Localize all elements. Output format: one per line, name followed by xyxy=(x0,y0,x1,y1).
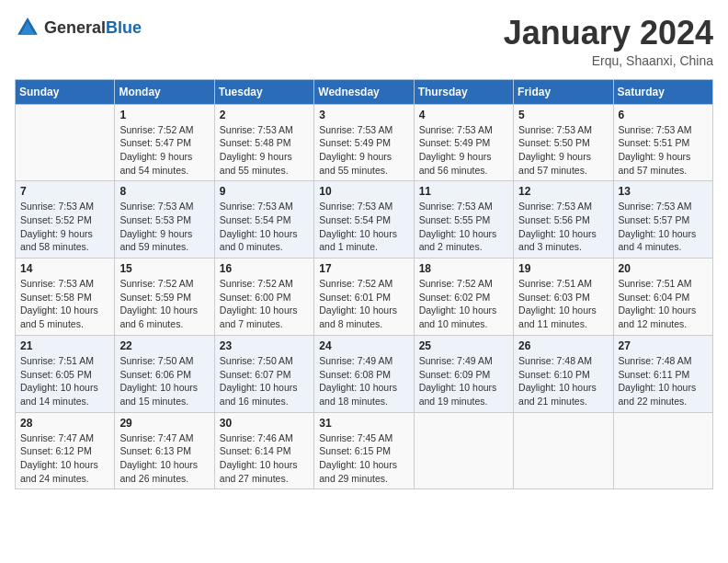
title-block: January 2024 Erqu, Shaanxi, China xyxy=(504,15,713,68)
day-info: Sunrise: 7:53 AMSunset: 5:48 PMDaylight:… xyxy=(220,123,309,178)
day-info: Sunrise: 7:52 AMSunset: 6:01 PMDaylight:… xyxy=(319,277,408,331)
day-info: Sunrise: 7:53 AMSunset: 5:51 PMDaylight:… xyxy=(619,123,708,178)
calendar-cell: 6Sunrise: 7:53 AMSunset: 5:51 PMDaylight… xyxy=(613,104,712,181)
day-number: 8 xyxy=(119,185,209,198)
calendar-cell: 25Sunrise: 7:49 AMSunset: 6:09 PMDayligh… xyxy=(414,335,513,412)
day-info: Sunrise: 7:50 AMSunset: 6:07 PMDaylight:… xyxy=(220,354,309,408)
col-header-monday: Monday xyxy=(115,79,214,104)
calendar-cell xyxy=(16,104,115,181)
day-number: 30 xyxy=(220,417,309,430)
calendar-cell: 22Sunrise: 7:50 AMSunset: 6:06 PMDayligh… xyxy=(115,335,214,412)
day-number: 28 xyxy=(20,417,109,430)
day-number: 24 xyxy=(319,339,408,352)
calendar-cell: 18Sunrise: 7:52 AMSunset: 6:02 PMDayligh… xyxy=(414,259,513,336)
calendar-cell: 15Sunrise: 7:52 AMSunset: 5:59 PMDayligh… xyxy=(115,259,214,336)
day-info: Sunrise: 7:53 AMSunset: 5:50 PMDaylight:… xyxy=(518,123,608,178)
calendar-cell: 1Sunrise: 7:52 AMSunset: 5:47 PMDaylight… xyxy=(115,104,214,181)
day-info: Sunrise: 7:52 AMSunset: 6:02 PMDaylight:… xyxy=(419,277,508,331)
day-number: 31 xyxy=(319,417,408,430)
week-row-4: 21Sunrise: 7:51 AMSunset: 6:05 PMDayligh… xyxy=(16,335,713,412)
calendar-cell: 11Sunrise: 7:53 AMSunset: 5:55 PMDayligh… xyxy=(414,181,513,259)
day-info: Sunrise: 7:52 AMSunset: 5:47 PMDaylight:… xyxy=(119,123,209,178)
day-info: Sunrise: 7:46 AMSunset: 6:14 PMDaylight:… xyxy=(220,431,309,486)
calendar-cell: 10Sunrise: 7:53 AMSunset: 5:54 PMDayligh… xyxy=(314,181,414,259)
day-info: Sunrise: 7:47 AMSunset: 6:13 PMDaylight:… xyxy=(119,431,209,486)
day-number: 6 xyxy=(619,109,708,121)
calendar-cell xyxy=(613,412,712,489)
day-number: 13 xyxy=(619,185,708,198)
day-number: 15 xyxy=(119,262,209,275)
col-header-tuesday: Tuesday xyxy=(214,79,313,104)
logo-general: General xyxy=(44,18,106,37)
day-number: 5 xyxy=(518,109,608,121)
day-info: Sunrise: 7:49 AMSunset: 6:09 PMDaylight:… xyxy=(419,354,508,408)
day-number: 20 xyxy=(619,262,708,275)
calendar-cell xyxy=(514,412,613,489)
calendar-table: SundayMondayTuesdayWednesdayThursdayFrid… xyxy=(15,79,713,490)
calendar-cell: 9Sunrise: 7:53 AMSunset: 5:54 PMDaylight… xyxy=(214,181,313,259)
calendar-cell: 23Sunrise: 7:50 AMSunset: 6:07 PMDayligh… xyxy=(214,335,313,412)
calendar-cell: 4Sunrise: 7:53 AMSunset: 5:49 PMDaylight… xyxy=(414,104,513,181)
day-info: Sunrise: 7:53 AMSunset: 5:55 PMDaylight:… xyxy=(419,200,508,254)
day-number: 17 xyxy=(319,262,408,275)
calendar-cell: 29Sunrise: 7:47 AMSunset: 6:13 PMDayligh… xyxy=(115,412,214,489)
calendar-cell: 7Sunrise: 7:53 AMSunset: 5:52 PMDaylight… xyxy=(16,181,115,259)
day-number: 3 xyxy=(319,109,408,121)
day-info: Sunrise: 7:52 AMSunset: 6:00 PMDaylight:… xyxy=(220,277,309,331)
calendar-cell: 24Sunrise: 7:49 AMSunset: 6:08 PMDayligh… xyxy=(314,335,414,412)
day-number: 27 xyxy=(619,339,708,352)
day-info: Sunrise: 7:53 AMSunset: 5:57 PMDaylight:… xyxy=(619,200,708,254)
calendar-cell: 8Sunrise: 7:53 AMSunset: 5:53 PMDaylight… xyxy=(115,181,214,259)
day-number: 11 xyxy=(419,185,508,198)
day-info: Sunrise: 7:50 AMSunset: 6:06 PMDaylight:… xyxy=(119,354,209,408)
day-number: 7 xyxy=(20,185,109,198)
day-info: Sunrise: 7:51 AMSunset: 6:04 PMDaylight:… xyxy=(619,277,708,331)
calendar-cell: 31Sunrise: 7:45 AMSunset: 6:15 PMDayligh… xyxy=(314,412,414,489)
week-row-2: 7Sunrise: 7:53 AMSunset: 5:52 PMDaylight… xyxy=(16,181,713,259)
week-row-5: 28Sunrise: 7:47 AMSunset: 6:12 PMDayligh… xyxy=(16,412,713,489)
calendar-cell: 27Sunrise: 7:48 AMSunset: 6:11 PMDayligh… xyxy=(613,335,712,412)
logo-blue: Blue xyxy=(106,18,142,37)
day-info: Sunrise: 7:53 AMSunset: 5:49 PMDaylight:… xyxy=(319,123,408,178)
day-info: Sunrise: 7:48 AMSunset: 6:11 PMDaylight:… xyxy=(619,354,708,408)
day-number: 10 xyxy=(319,185,408,198)
day-info: Sunrise: 7:53 AMSunset: 5:54 PMDaylight:… xyxy=(319,200,408,254)
day-number: 29 xyxy=(119,417,209,430)
generalblue-icon xyxy=(15,15,40,40)
day-info: Sunrise: 7:49 AMSunset: 6:08 PMDaylight:… xyxy=(319,354,408,408)
day-info: Sunrise: 7:53 AMSunset: 5:53 PMDaylight:… xyxy=(119,200,209,254)
calendar-cell: 21Sunrise: 7:51 AMSunset: 6:05 PMDayligh… xyxy=(16,335,115,412)
day-number: 22 xyxy=(119,339,209,352)
calendar-cell: 26Sunrise: 7:48 AMSunset: 6:10 PMDayligh… xyxy=(514,335,613,412)
day-number: 23 xyxy=(220,339,309,352)
week-row-1: 1Sunrise: 7:52 AMSunset: 5:47 PMDaylight… xyxy=(16,104,713,181)
calendar-cell: 28Sunrise: 7:47 AMSunset: 6:12 PMDayligh… xyxy=(16,412,115,489)
location: Erqu, Shaanxi, China xyxy=(504,53,713,68)
calendar-cell: 30Sunrise: 7:46 AMSunset: 6:14 PMDayligh… xyxy=(214,412,313,489)
calendar-cell: 19Sunrise: 7:51 AMSunset: 6:03 PMDayligh… xyxy=(514,259,613,336)
day-info: Sunrise: 7:48 AMSunset: 6:10 PMDaylight:… xyxy=(518,354,608,408)
day-info: Sunrise: 7:53 AMSunset: 5:49 PMDaylight:… xyxy=(419,123,508,178)
col-header-friday: Friday xyxy=(514,79,613,104)
day-number: 19 xyxy=(518,262,608,275)
logo: GeneralBlue xyxy=(15,15,142,40)
calendar-cell: 3Sunrise: 7:53 AMSunset: 5:49 PMDaylight… xyxy=(314,104,414,181)
day-info: Sunrise: 7:53 AMSunset: 5:58 PMDaylight:… xyxy=(20,277,109,331)
col-header-wednesday: Wednesday xyxy=(314,79,414,104)
day-info: Sunrise: 7:53 AMSunset: 5:56 PMDaylight:… xyxy=(518,200,608,254)
day-info: Sunrise: 7:47 AMSunset: 6:12 PMDaylight:… xyxy=(20,431,109,486)
calendar-cell: 12Sunrise: 7:53 AMSunset: 5:56 PMDayligh… xyxy=(514,181,613,259)
calendar-cell xyxy=(414,412,513,489)
col-header-saturday: Saturday xyxy=(613,79,712,104)
day-info: Sunrise: 7:45 AMSunset: 6:15 PMDaylight:… xyxy=(319,431,408,486)
calendar-cell: 5Sunrise: 7:53 AMSunset: 5:50 PMDaylight… xyxy=(514,104,613,181)
day-info: Sunrise: 7:51 AMSunset: 6:05 PMDaylight:… xyxy=(20,354,109,408)
calendar-cell: 13Sunrise: 7:53 AMSunset: 5:57 PMDayligh… xyxy=(613,181,712,259)
day-number: 2 xyxy=(220,109,309,121)
day-info: Sunrise: 7:51 AMSunset: 6:03 PMDaylight:… xyxy=(518,277,608,331)
calendar-cell: 20Sunrise: 7:51 AMSunset: 6:04 PMDayligh… xyxy=(613,259,712,336)
month-title: January 2024 xyxy=(504,15,713,52)
day-info: Sunrise: 7:53 AMSunset: 5:52 PMDaylight:… xyxy=(20,200,109,254)
day-info: Sunrise: 7:53 AMSunset: 5:54 PMDaylight:… xyxy=(220,200,309,254)
day-number: 26 xyxy=(518,339,608,352)
